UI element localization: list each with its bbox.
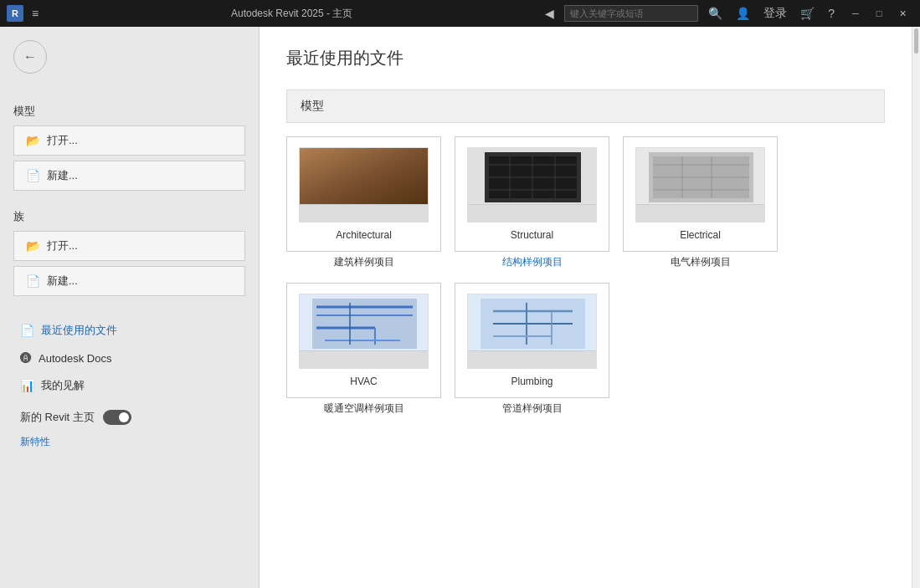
svg-rect-4 bbox=[304, 210, 329, 218]
folder-open-icon: 📂 bbox=[26, 134, 40, 147]
svg-rect-27 bbox=[636, 207, 765, 222]
elec-thumbnail-svg bbox=[636, 148, 765, 222]
card-elec[interactable]: Electrical bbox=[623, 136, 778, 252]
cart-icon[interactable]: 🛒 bbox=[797, 5, 818, 22]
open-family-button[interactable]: 📂 打开... bbox=[13, 231, 245, 261]
open-family-label: 打开... bbox=[47, 238, 78, 253]
card-wrapper-elec: Electrical 电气样例项目 bbox=[623, 136, 778, 269]
new-model-label: 新建... bbox=[47, 168, 78, 183]
card-arch-subtitle: 建筑样例项目 bbox=[334, 255, 394, 269]
svg-rect-29 bbox=[670, 210, 712, 218]
minimize-button[interactable]: ─ bbox=[845, 5, 866, 22]
svg-rect-40 bbox=[333, 356, 375, 365]
sidebar-item-new-feature[interactable]: 新特性 bbox=[13, 430, 245, 454]
sidebar-item-docs-label: Autodesk Docs bbox=[39, 352, 111, 365]
sidebar-nav: 📄 最近使用的文件 🅐 Autodesk Docs 📊 我的见解 bbox=[13, 318, 245, 398]
back-button[interactable]: ← bbox=[13, 40, 47, 74]
svg-rect-1 bbox=[300, 148, 429, 207]
recent-files-icon: 📄 bbox=[20, 324, 34, 337]
card-struct-title: Structural bbox=[511, 229, 553, 241]
account-icon[interactable]: 👤 bbox=[732, 5, 753, 22]
search-input[interactable] bbox=[564, 5, 698, 22]
revit-logo-icon: R bbox=[7, 5, 23, 22]
new-home-toggle[interactable] bbox=[103, 410, 131, 425]
login-button[interactable]: 登录 bbox=[760, 4, 790, 23]
svg-rect-18 bbox=[501, 210, 543, 218]
svg-rect-2 bbox=[300, 207, 429, 222]
file-new-family-icon: 📄 bbox=[26, 274, 40, 288]
arch-thumbnail-svg bbox=[300, 148, 429, 222]
window-controls: ─ □ ✕ bbox=[845, 5, 913, 22]
card-wrapper-plumb: Plumbing 管道样例项目 bbox=[455, 283, 609, 416]
card-hvac-subtitle: 暖通空调样例项目 bbox=[324, 401, 404, 416]
insights-icon: 📊 bbox=[20, 379, 34, 392]
card-hvac[interactable]: HVAC bbox=[286, 283, 441, 398]
sidebar: ← 模型 📂 打开... 📄 新建... 族 📂 打开... 📄 新建... 📄… bbox=[0, 27, 260, 588]
svg-rect-17 bbox=[472, 210, 497, 218]
new-model-button[interactable]: 📄 新建... bbox=[13, 161, 245, 191]
struct-thumbnail-svg bbox=[468, 148, 597, 222]
plumb-thumbnail-svg bbox=[468, 294, 597, 369]
cards-row-2: HVAC 暖通空调样例项目 bbox=[286, 283, 885, 416]
svg-rect-5 bbox=[333, 210, 375, 218]
card-wrapper-arch: Architectural 建筑样例项目 bbox=[286, 136, 441, 269]
sidebar-item-recent[interactable]: 📄 最近使用的文件 bbox=[13, 318, 245, 343]
close-button[interactable]: ✕ bbox=[892, 5, 913, 22]
svg-rect-49 bbox=[472, 356, 497, 365]
card-plumb[interactable]: Plumbing bbox=[455, 283, 609, 398]
search-button[interactable]: 🔍 bbox=[705, 5, 726, 22]
nav-back-icon[interactable]: ◀ bbox=[542, 5, 558, 22]
cards-row-1: Architectural 建筑样例项目 bbox=[286, 136, 885, 269]
svg-rect-28 bbox=[640, 210, 666, 218]
file-new-icon: 📄 bbox=[26, 169, 40, 182]
card-hvac-title: HVAC bbox=[350, 376, 377, 387]
svg-rect-48 bbox=[468, 353, 597, 369]
svg-rect-6 bbox=[379, 210, 425, 218]
svg-rect-39 bbox=[304, 356, 329, 365]
thumb-plumb bbox=[467, 294, 597, 369]
titlebar-left: R ≡ bbox=[7, 5, 42, 22]
thumb-arch bbox=[299, 147, 429, 222]
new-home-label: 新的 Revit 主页 bbox=[20, 410, 95, 425]
svg-rect-50 bbox=[501, 356, 543, 365]
svg-rect-38 bbox=[300, 353, 429, 369]
new-feature-label: 新特性 bbox=[20, 435, 50, 449]
sidebar-item-insights[interactable]: 📊 我的见解 bbox=[13, 373, 245, 398]
sidebar-item-recent-label: 最近使用的文件 bbox=[41, 323, 117, 338]
new-family-button[interactable]: 📄 新建... bbox=[13, 266, 245, 296]
folder-open-family-icon: 📂 bbox=[26, 239, 40, 253]
autodesk-docs-icon: 🅐 bbox=[20, 351, 32, 365]
hvac-thumbnail-svg bbox=[300, 294, 429, 369]
svg-rect-16 bbox=[468, 207, 597, 222]
app-body: ← 模型 📂 打开... 📄 新建... 族 📂 打开... 📄 新建... 📄… bbox=[0, 27, 920, 588]
thumb-hvac bbox=[299, 294, 429, 369]
family-section-label: 族 bbox=[13, 209, 245, 224]
model-section-label: 模型 bbox=[13, 104, 245, 119]
new-home-toggle-row: 新的 Revit 主页 bbox=[13, 405, 245, 430]
page-title: 最近使用的文件 bbox=[286, 47, 885, 69]
card-plumb-subtitle: 管道样例项目 bbox=[502, 401, 563, 416]
sidebar-item-docs[interactable]: 🅐 Autodesk Docs bbox=[13, 346, 245, 370]
card-struct-subtitle: 结构样例项目 bbox=[502, 255, 563, 269]
thumb-struct bbox=[467, 147, 597, 222]
card-plumb-title: Plumbing bbox=[511, 376, 553, 387]
scrollbar[interactable] bbox=[912, 27, 920, 588]
card-wrapper-struct: Structural 结构样例项目 bbox=[455, 136, 609, 269]
app-title: Autodesk Revit 2025 - 主页 bbox=[42, 7, 542, 21]
file-menu-button[interactable]: ≡ bbox=[28, 5, 42, 22]
open-model-label: 打开... bbox=[47, 133, 78, 148]
new-family-label: 新建... bbox=[47, 274, 78, 289]
titlebar-right: ◀ 🔍 👤 登录 🛒 ? ─ □ ✕ bbox=[542, 4, 913, 23]
titlebar: R ≡ Autodesk Revit 2025 - 主页 ◀ 🔍 👤 登录 🛒 … bbox=[0, 0, 920, 27]
sidebar-item-insights-label: 我的见解 bbox=[41, 378, 85, 393]
help-button[interactable]: ? bbox=[825, 5, 838, 22]
scroll-thumb[interactable] bbox=[914, 28, 918, 54]
thumb-elec bbox=[635, 147, 765, 222]
open-model-button[interactable]: 📂 打开... bbox=[13, 125, 245, 156]
card-elec-subtitle: 电气样例项目 bbox=[671, 255, 731, 269]
maximize-button[interactable]: □ bbox=[868, 5, 890, 22]
card-arch[interactable]: Architectural bbox=[286, 136, 441, 252]
main-content: 最近使用的文件 模型 bbox=[260, 27, 912, 588]
card-arch-title: Architectural bbox=[336, 229, 392, 241]
card-struct[interactable]: Structural bbox=[455, 136, 609, 252]
